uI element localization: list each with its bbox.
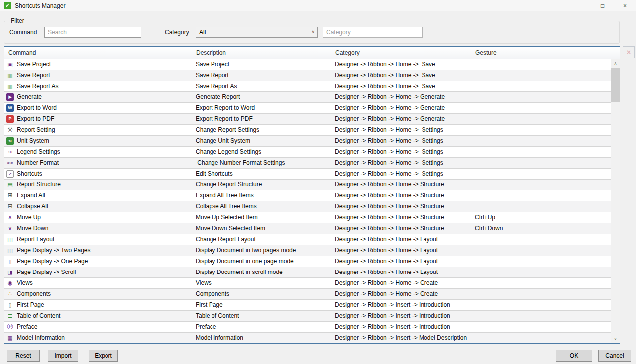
category-cell: Designer -> Ribbon -> Home -> Save [331, 59, 471, 70]
table-row[interactable]: 10 Legend Settings Change Legend Setting… [4, 147, 611, 158]
gesture-cell [471, 70, 611, 81]
command-cell: ∧ Move Up [4, 212, 192, 223]
gesture-cell [471, 190, 611, 201]
category-dropdown-value: All [199, 29, 206, 36]
export-button[interactable]: Export [89, 350, 118, 362]
scrollbar-thumb[interactable] [611, 68, 620, 102]
table-row[interactable]: Ⓟ Preface Preface Designer -> Ribbon -> … [4, 322, 611, 333]
command-cell: ⚒ Report Setting [4, 125, 192, 135]
category-cell: Designer -> Ribbon -> Insert -> Model De… [331, 333, 471, 343]
table-row[interactable]: ◉ Views Views Designer -> Ribbon -> Home… [4, 278, 611, 289]
table-row[interactable]: ∨ Move Down Move Down Selected Item Desi… [4, 223, 611, 234]
command-cell: ⊟ Collapse All [4, 201, 192, 212]
table-row[interactable]: ◨ Page Display -> Scroll Display Documen… [4, 267, 611, 278]
gesture-cell [471, 92, 611, 102]
command-label: Views [17, 278, 33, 288]
column-header-gesture[interactable]: Gesture [471, 47, 620, 59]
table-row[interactable]: ∴ Components Components Designer -> Ribb… [4, 289, 611, 300]
red-x-icon: × [627, 48, 631, 56]
gesture-cell [471, 300, 611, 310]
table-row[interactable]: ▯ Page Display -> One Page Display Docum… [4, 256, 611, 267]
category-cell: Designer -> Ribbon -> Home -> Settings [331, 136, 471, 146]
column-header-category[interactable]: Category [331, 47, 471, 59]
move-up-icon: ∧ [6, 214, 14, 221]
column-header-command[interactable]: Command [4, 47, 192, 59]
minimize-button[interactable]: – [569, 0, 591, 11]
table-row[interactable]: ▣ Save Project Save Project Designer -> … [4, 59, 611, 70]
table-row[interactable]: ◫ Report Layout Change Report Layout Des… [4, 234, 611, 245]
table-body: ▣ Save Project Save Project Designer -> … [4, 59, 611, 343]
gesture-cell [471, 136, 611, 146]
column-header-description[interactable]: Description [192, 47, 331, 59]
import-button[interactable]: Import [48, 350, 78, 362]
command-filter-label: Command [9, 29, 37, 36]
table-row[interactable]: ⊟ Collapse All Collapse All Tree Items D… [4, 201, 611, 212]
table-row[interactable]: ▥ Save Report As Save Report As Designer… [4, 81, 611, 92]
table-row[interactable]: P Export to PDF Export Report to PDF Des… [4, 114, 611, 125]
command-cell: ▯ Page Display -> One Page [4, 256, 192, 267]
gesture-cell [471, 103, 611, 113]
table-row[interactable]: ↗ Shortcuts Edit Shortcuts Designer -> R… [4, 169, 611, 180]
table-row[interactable]: si Unit System Change Unit System Design… [4, 136, 611, 147]
command-cell: ◨ Page Display -> Scroll [4, 267, 192, 277]
table-row[interactable]: #.# Number Format Change Number Format S… [4, 158, 611, 169]
chevron-down-scroll-icon: ∨ [614, 337, 617, 341]
scroll-down-button[interactable]: ∨ [611, 335, 620, 343]
command-label: Export to Word [17, 103, 57, 113]
table-row[interactable]: ▦ Model Information Model Information De… [4, 333, 611, 343]
gesture-cell [471, 278, 611, 288]
table-row[interactable]: ▥ Save Report Save Report Designer -> Ri… [4, 70, 611, 81]
description-cell: Views [192, 278, 331, 288]
table-row[interactable]: ◫ Page Display -> Two Pages Display Docu… [4, 245, 611, 256]
table-row[interactable]: ⚒ Report Setting Change Report Settings … [4, 125, 611, 136]
command-label: Save Project [17, 59, 51, 70]
description-cell: Model Information [192, 333, 331, 343]
gesture-cell [471, 289, 611, 299]
command-label: Move Up [17, 212, 41, 223]
command-cell: si Unit System [4, 136, 192, 146]
table-row[interactable]: ▯ First Page First Page Designer -> Ribb… [4, 300, 611, 311]
expand-all-icon: ⊞ [6, 192, 14, 199]
category-cell: Designer -> Ribbon -> Home -> Generate [331, 92, 471, 102]
collapse-all-icon: ⊟ [6, 203, 14, 210]
table-row[interactable]: ∧ Move Up Move Up Selected Item Designer… [4, 212, 611, 223]
command-cell: #.# Number Format [4, 158, 192, 168]
command-search-input[interactable] [44, 27, 141, 38]
table-row[interactable]: W Export to Word Export Report to Word D… [4, 103, 611, 114]
ok-button[interactable]: OK [556, 350, 592, 362]
category-cell: Designer -> Ribbon -> Home -> Structure [331, 180, 471, 190]
table-row[interactable]: ▤ Report Structure Change Report Structu… [4, 180, 611, 190]
command-cell: ∨ Move Down [4, 223, 192, 234]
category-cell: Designer -> Ribbon -> Insert -> Introduc… [331, 300, 471, 310]
vertical-scrollbar[interactable]: ∧ ∨ [611, 59, 620, 343]
description-cell: Edit Shortcuts [192, 169, 331, 179]
delete-gesture-button[interactable]: × [623, 46, 635, 58]
close-button[interactable]: × [614, 0, 636, 11]
close-icon: × [623, 2, 627, 9]
chevron-down-icon: ∨ [311, 29, 315, 34]
category-text-input[interactable] [323, 27, 423, 38]
reset-button[interactable]: Reset [7, 350, 40, 362]
report-structure-icon: ▤ [6, 181, 14, 188]
table-row[interactable]: ☰ Table of Content Table of Content Desi… [4, 311, 611, 322]
category-cell: Designer -> Ribbon -> Home -> Save [331, 81, 471, 91]
cancel-button[interactable]: Cancel [598, 350, 631, 362]
scroll-up-button[interactable]: ∧ [611, 59, 620, 68]
description-cell: Display Document in one page mode [192, 256, 331, 267]
category-dropdown[interactable]: All ∨ [196, 27, 318, 38]
description-cell: Save Project [192, 59, 331, 70]
description-cell: Table of Content [192, 311, 331, 321]
description-cell: Export Report to Word [192, 103, 331, 113]
description-cell: Change Report Structure [192, 180, 331, 190]
gesture-cell: Ctrl+Up [471, 212, 611, 223]
category-cell: Designer -> Ribbon -> Home -> Generate [331, 114, 471, 124]
description-cell: Save Report As [192, 81, 331, 91]
category-cell: Designer -> Ribbon -> Home -> Layout [331, 256, 471, 267]
gesture-cell [471, 125, 611, 135]
unit-system-icon: si [6, 137, 14, 145]
command-cell: ☰ Table of Content [4, 311, 192, 321]
maximize-button[interactable]: □ [591, 0, 614, 11]
table-row[interactable]: ▶ Generate Generate Report Designer -> R… [4, 92, 611, 103]
table-of-content-icon: ☰ [6, 312, 14, 320]
table-row[interactable]: ⊞ Expand All Expand All Tree Items Desig… [4, 190, 611, 201]
